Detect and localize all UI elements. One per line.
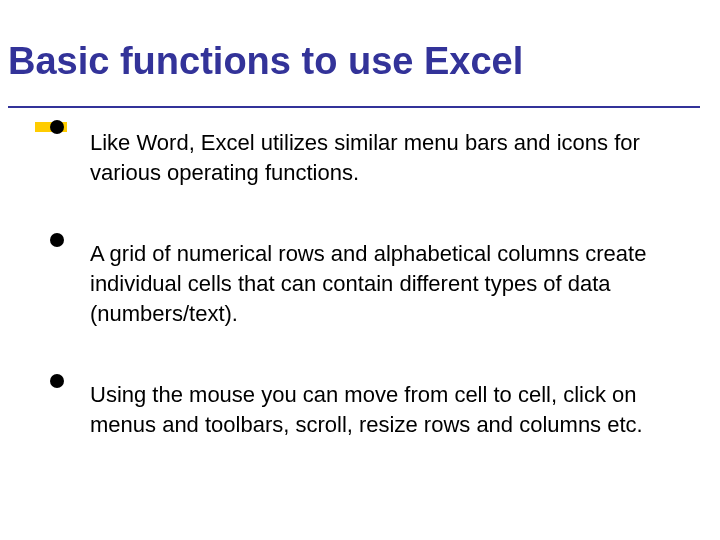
list-item: Using the mouse you can move from cell t…	[50, 370, 670, 439]
bullet-icon	[50, 374, 64, 388]
bullet-text: Using the mouse you can move from cell t…	[90, 380, 670, 439]
bullet-text: A grid of numerical rows and alphabetica…	[90, 239, 670, 328]
bullet-icon	[50, 120, 64, 134]
bullet-icon	[50, 233, 64, 247]
slide-title: Basic functions to use Excel	[8, 40, 523, 83]
list-item: A grid of numerical rows and alphabetica…	[50, 229, 670, 328]
title-underline	[8, 106, 700, 108]
bullet-text: Like Word, Excel utilizes similar menu b…	[90, 128, 670, 187]
list-item: Like Word, Excel utilizes similar menu b…	[50, 116, 670, 187]
slide-content: Like Word, Excel utilizes similar menu b…	[50, 116, 670, 474]
